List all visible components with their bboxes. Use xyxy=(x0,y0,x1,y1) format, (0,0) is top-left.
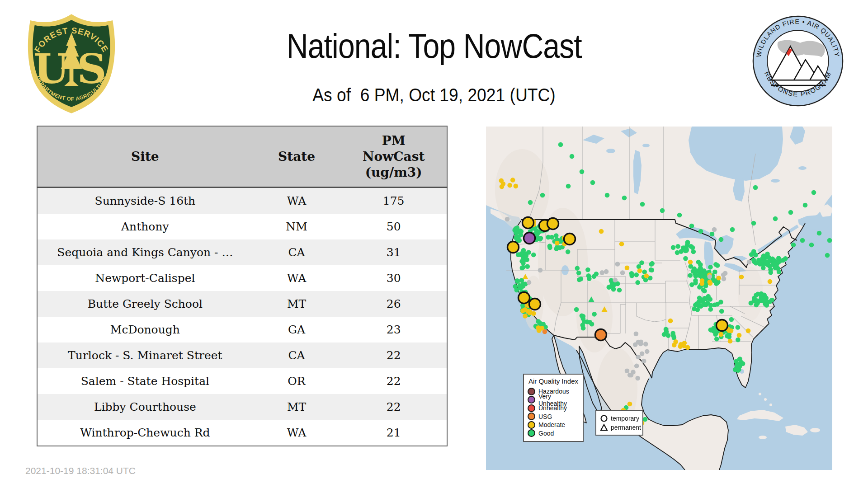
temporary-row: temporary xyxy=(600,414,639,423)
aqi-legend-row: Moderate xyxy=(528,421,579,429)
top-site-marker xyxy=(524,233,535,244)
permanent-label: permanent xyxy=(611,424,641,431)
aqi-legend-entries: Hazardous Very Unhealthy Unhealthy USG M… xyxy=(528,387,579,437)
aqi-legend: Air Quality Index Hazardous Very Unhealt… xyxy=(523,374,584,442)
table-body: Sunnyside-S 16th WA 175 Anthony NM 50 Se… xyxy=(37,188,447,446)
aqi-color-swatch-icon xyxy=(528,396,535,404)
wfaqrp-logo: WILDLAND FIRE • AIR QUALITY RESPONSE PRO… xyxy=(751,14,844,109)
top-site-marker xyxy=(523,217,534,229)
table-header: SiteStatePM NowCast (ug/m3) xyxy=(37,126,447,188)
site-cell: Libby Courthouse xyxy=(37,394,253,420)
value-cell: 175 xyxy=(340,188,447,214)
table-row: Anthony NM 50 xyxy=(37,214,447,239)
table-row: Sequoia and Kings Canyon - … CA 31 xyxy=(37,239,447,265)
site-cell: Salem - State Hospital xyxy=(37,368,253,394)
state-cell: CA xyxy=(253,239,341,265)
state-cell: NM xyxy=(253,214,341,239)
aqi-legend-label: Good xyxy=(538,430,554,437)
aqi-legend-label: Moderate xyxy=(538,421,565,428)
generated-timestamp: 2021-10-19 18:31:04 UTC xyxy=(25,465,136,476)
top-site-marker xyxy=(508,242,519,253)
top-site-marker xyxy=(595,329,607,341)
top-site-marker xyxy=(564,234,576,245)
aqi-legend-title: Air Quality Index xyxy=(528,377,579,385)
value-cell: 21 xyxy=(340,420,447,446)
site-cell: Sequoia and Kings Canyon - … xyxy=(37,239,253,265)
wfaqrp-logo-icon: WILDLAND FIRE • AIR QUALITY RESPONSE PRO… xyxy=(751,14,844,108)
aqi-legend-row: Very Unhealthy xyxy=(528,396,579,404)
site-cell: Turlock - S. Minaret Street xyxy=(37,343,253,368)
triangle-outline-icon xyxy=(600,423,608,432)
state-cell: OR xyxy=(253,368,341,394)
aqi-color-swatch-icon xyxy=(528,429,535,437)
top-site-marker xyxy=(547,218,559,230)
site-cell: Anthony xyxy=(37,214,253,239)
table-row: Butte Greely School MT 26 xyxy=(37,291,447,317)
aqi-legend-row: Good xyxy=(528,429,579,438)
value-cell: 23 xyxy=(340,317,447,343)
circle-outline-icon xyxy=(600,414,608,422)
aqi-color-swatch-icon xyxy=(528,421,535,429)
state-cell: WA xyxy=(253,188,341,214)
aqi-color-swatch-icon xyxy=(528,413,535,420)
table-row: Turlock - S. Minaret Street CA 22 xyxy=(37,343,447,368)
state-cell: MT xyxy=(253,394,341,420)
aqi-color-swatch-icon xyxy=(528,404,535,412)
temporary-label: temporary xyxy=(611,415,639,422)
state-cell: MT xyxy=(253,291,341,317)
site-cell: Newport-Calispel xyxy=(37,265,253,291)
value-cell: 50 xyxy=(340,214,447,239)
table-row: Newport-Calispel WA 30 xyxy=(37,265,447,291)
value-cell: 22 xyxy=(340,343,447,368)
value-cell: 31 xyxy=(340,239,447,265)
aqi-legend-label: USG xyxy=(538,413,552,420)
top-site-marker xyxy=(717,320,728,331)
table-row: Sunnyside-S 16th WA 175 xyxy=(37,188,447,214)
column-header: Site xyxy=(37,126,253,188)
value-cell: 30 xyxy=(340,265,447,291)
top-site-marker xyxy=(529,299,541,310)
aqi-map: Air Quality Index Hazardous Very Unhealt… xyxy=(486,127,832,470)
aqi-color-swatch-icon xyxy=(528,388,535,395)
aqi-legend-row: USG xyxy=(528,413,579,421)
table-row: McDonough GA 23 xyxy=(37,317,447,343)
table-row: Winthrop-Chewuch Rd WA 21 xyxy=(37,420,447,446)
site-cell: Butte Greely School xyxy=(37,291,253,317)
column-header: PM NowCast (ug/m3) xyxy=(340,126,447,188)
state-cell: WA xyxy=(253,265,341,291)
top-nowcast-table: SiteStatePM NowCast (ug/m3) Sunnyside-S … xyxy=(37,126,448,446)
permanent-row: permanent xyxy=(600,423,639,432)
value-cell: 22 xyxy=(340,394,447,420)
page-title: National: Top NowCast xyxy=(286,26,581,66)
aqi-legend-label: Unhealthy xyxy=(538,404,567,412)
page-subtitle: As of 6 PM, Oct 19, 2021 (UTC) xyxy=(312,85,556,105)
page: { "header": { "title": "National: Top No… xyxy=(0,0,868,488)
site-cell: McDonough xyxy=(37,317,253,343)
state-cell: GA xyxy=(253,317,341,343)
table-row: Salem - State Hospital OR 22 xyxy=(37,368,447,394)
table-row: Libby Courthouse MT 22 xyxy=(37,394,447,420)
site-cell: Winthrop-Chewuch Rd xyxy=(37,420,253,446)
value-cell: 22 xyxy=(340,368,447,394)
site-cell: Sunnyside-S 16th xyxy=(37,188,253,214)
column-header: State xyxy=(253,126,341,188)
state-cell: CA xyxy=(253,343,341,368)
top-site-marker xyxy=(519,292,530,304)
state-cell: WA xyxy=(253,420,341,446)
value-cell: 26 xyxy=(340,291,447,317)
monitor-type-legend: temporary permanent xyxy=(595,410,643,436)
